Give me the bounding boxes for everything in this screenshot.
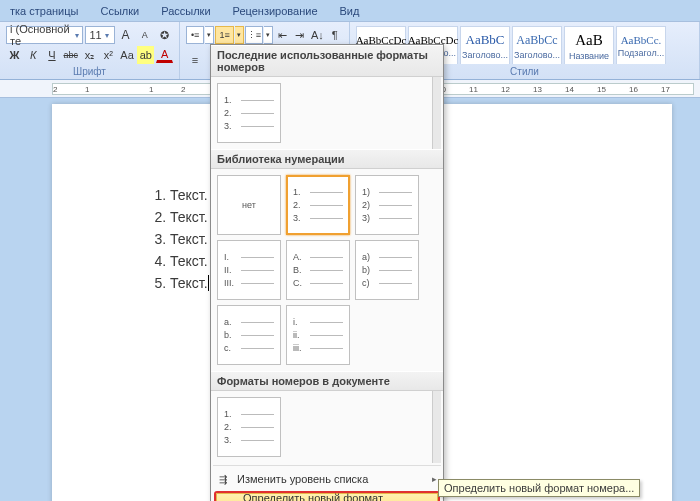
list-item[interactable]: Текст. [170, 184, 209, 206]
tab-mailings[interactable]: Рассылки [151, 2, 220, 21]
ruler-mark: 2 [53, 85, 57, 94]
underline-button[interactable]: Ч [44, 46, 61, 64]
chevron-down-icon: ▾ [105, 31, 109, 40]
indent-button[interactable]: ⇥ [292, 26, 308, 44]
subscript-button[interactable]: x₂ [81, 46, 98, 64]
tooltip: Определить новый формат номера... [438, 479, 640, 497]
list-item[interactable]: Текст. [170, 206, 209, 228]
ruler-mark: 14 [565, 85, 574, 94]
numbering-button[interactable]: 1≡ [215, 26, 233, 44]
ribbon-tabs: тка страницы Ссылки Рассылки Рецензирова… [0, 0, 700, 22]
grow-font-button[interactable]: A [117, 26, 134, 44]
style-item-5[interactable]: AaBbCc.Подзагол... [616, 26, 666, 64]
group-label-font: Шрифт [6, 64, 173, 77]
numbering-option[interactable]: i.ii.iii. [286, 305, 350, 365]
numbering-option[interactable]: A.B.C. [286, 240, 350, 300]
style-item-2[interactable]: AaBbCЗаголово... [460, 26, 510, 64]
ruler-mark: 2 [181, 85, 185, 94]
tab-pagelayout[interactable]: тка страницы [0, 2, 88, 21]
ruler-mark: 1 [149, 85, 153, 94]
ruler-mark: 12 [501, 85, 510, 94]
numbering-option[interactable]: 1)2)3) [355, 175, 419, 235]
scrollbar[interactable] [432, 391, 441, 463]
font-name-combo[interactable]: i (Основной те▾ [6, 26, 83, 44]
multilevel-button[interactable]: ⋮≡ [245, 26, 263, 44]
clear-format-button[interactable]: ✪ [156, 26, 173, 44]
document-content[interactable]: Текст.Текст.Текст.Текст.Текст. [150, 184, 209, 294]
define-new-format-item[interactable]: Определить новый формат номера... [216, 493, 438, 501]
pilcrow-button[interactable]: ¶ [327, 26, 343, 44]
tab-view[interactable]: Вид [330, 2, 370, 21]
list-item[interactable]: Текст. [170, 272, 209, 294]
numbering-option[interactable]: a)b)c) [355, 240, 419, 300]
define-new-format-label: Определить новый формат номера... [243, 492, 429, 501]
tab-review[interactable]: Рецензирование [223, 2, 328, 21]
submenu-arrow-icon: ▸ [432, 474, 437, 484]
ruler-mark: 1 [85, 85, 89, 94]
section-indoc: Форматы номеров в документе [211, 371, 443, 391]
numbering-option[interactable]: I.II.III. [217, 240, 281, 300]
align-left-button[interactable]: ≡ [186, 51, 204, 69]
italic-button[interactable]: К [25, 46, 42, 64]
tab-links[interactable]: Ссылки [90, 2, 149, 21]
ruler-mark: 17 [661, 85, 670, 94]
multilevel-drop[interactable]: ▾ [264, 26, 273, 44]
section-library: Библиотека нумерации [211, 149, 443, 169]
highlight-button[interactable]: ab [137, 46, 154, 64]
numbering-option[interactable]: 1.2.3. [217, 83, 281, 143]
numbering-option[interactable]: 1.2.3. [286, 175, 350, 235]
font-size-combo[interactable]: 11▾ [85, 26, 114, 44]
style-item-3[interactable]: AaBbCcЗаголово... [512, 26, 562, 64]
ruler-mark: 16 [629, 85, 638, 94]
style-item-4[interactable]: АаВНазвание [564, 26, 614, 64]
font-color-button[interactable]: A [156, 48, 173, 63]
numbering-drop[interactable]: ▾ [235, 26, 244, 44]
bullets-button[interactable]: •≡ [186, 26, 204, 44]
change-list-level-label: Изменить уровень списка [237, 473, 368, 485]
bullets-drop[interactable]: ▾ [205, 26, 214, 44]
numbering-dropdown: Последние использованные форматы номеров… [210, 44, 444, 501]
chevron-down-icon: ▾ [75, 31, 79, 40]
change-list-level-item[interactable]: ⇶ Изменить уровень списка ▸ [211, 468, 443, 490]
section-recent: Последние использованные форматы номеров [211, 45, 443, 77]
separator [213, 465, 441, 466]
list-level-icon: ⇶ [216, 472, 230, 486]
case-button[interactable]: Aa [119, 46, 136, 64]
outdent-button[interactable]: ⇤ [274, 26, 290, 44]
list-item[interactable]: Текст. [170, 228, 209, 250]
numbering-option[interactable]: a.b.c. [217, 305, 281, 365]
shrink-font-button[interactable]: A [136, 26, 153, 44]
superscript-button[interactable]: x² [100, 46, 117, 64]
numbering-none[interactable]: нет [217, 175, 281, 235]
bold-button[interactable]: Ж [6, 46, 23, 64]
font-name-value: i (Основной те [10, 23, 72, 47]
scrollbar[interactable] [432, 77, 441, 149]
list-item[interactable]: Текст. [170, 250, 209, 272]
highlight-frame: Определить новый формат номера... [214, 491, 440, 501]
group-font: i (Основной те▾ 11▾ A A ✪ Ж К Ч abc x₂ x… [0, 22, 180, 79]
ruler-mark: 15 [597, 85, 606, 94]
ruler-mark: 11 [469, 85, 478, 94]
sort-button[interactable]: A↓ [309, 26, 325, 44]
font-size-value: 11 [89, 29, 101, 41]
numbering-option[interactable]: 1.2.3. [217, 397, 281, 457]
strike-button[interactable]: abc [62, 46, 79, 64]
ruler-mark: 13 [533, 85, 542, 94]
